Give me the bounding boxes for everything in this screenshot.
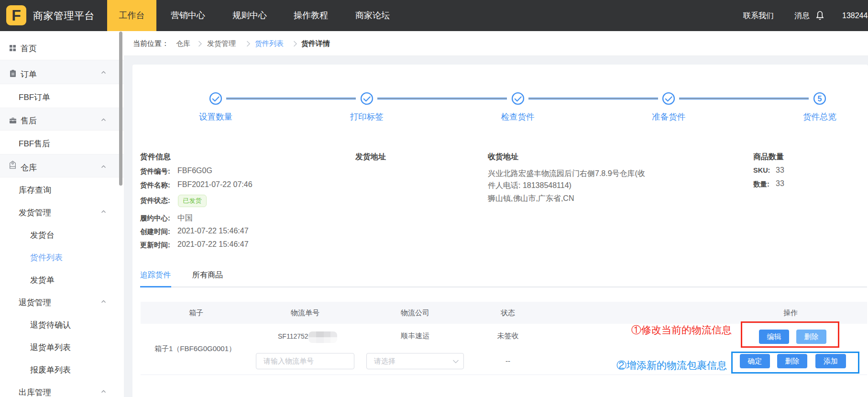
svg-text:5: 5 (818, 95, 822, 103)
